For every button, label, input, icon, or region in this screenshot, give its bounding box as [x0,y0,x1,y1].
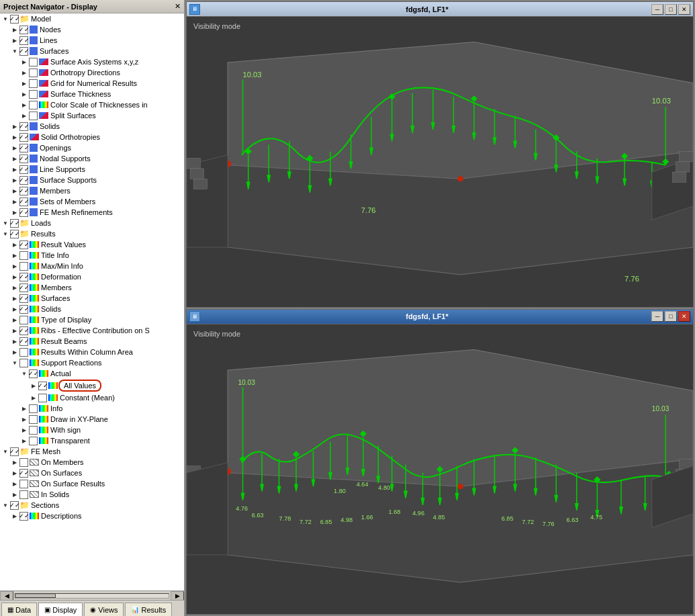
expand-btn-in-solids[interactable]: ▶ [11,490,19,498]
expand-btn-title-info[interactable]: ▶ [11,251,19,259]
checkbox-nodes[interactable]: ✓ [19,26,28,34]
tree-item-on-surfaces[interactable]: ▶✓On Surfaces [0,468,184,478]
tree-item-title-info[interactable]: ▶Title Info [0,250,184,261]
tree-item-surfaces[interactable]: ▼✓Surfaces [0,46,184,56]
expand-btn-fe-mesh-ref[interactable]: ▶ [11,208,19,216]
checkbox-solids[interactable]: ✓ [19,122,28,131]
checkbox-ribs-eff[interactable]: ✓ [19,326,28,335]
tree-item-line-supp[interactable]: ▶✓Line Supports [0,164,184,175]
expand-btn-descriptions[interactable]: ▶ [11,512,19,520]
checkbox-result-vals[interactable]: ✓ [19,240,28,249]
checkbox-grid-num[interactable] [29,79,38,88]
checkbox-solid-orth[interactable]: ✓ [19,133,28,142]
checkbox-on-surfaces[interactable]: ✓ [19,469,28,478]
scroll-right-btn[interactable]: ▶ [171,591,184,601]
checkbox-descriptions[interactable]: ✓ [19,512,28,521]
expand-btn-loads[interactable]: ▼ [1,219,9,227]
expand-btn-color-scale[interactable]: ▶ [20,101,28,109]
tree-item-maxmin-info[interactable]: ▶Max/Min Info [0,261,184,271]
expand-btn-surface-axis[interactable]: ▶ [20,58,28,66]
expand-btn-ribs-eff[interactable]: ▶ [11,326,19,335]
checkbox-surf-supp[interactable]: ✓ [19,176,28,185]
close-btn-1[interactable]: ✕ [678,4,690,15]
expand-btn-deformation[interactable]: ▶ [11,273,19,281]
minimize-btn-2[interactable]: ─ [651,311,663,322]
maximize-btn-2[interactable]: □ [665,311,677,322]
tab-data[interactable]: ▦ Data [1,603,37,616]
checkbox-lines[interactable]: ✓ [19,36,28,45]
expand-btn-members[interactable]: ▶ [11,187,19,195]
tree-item-transparent[interactable]: ▶Transparent [0,435,184,446]
checkbox-color-scale[interactable] [29,101,38,109]
expand-btn-solid-orth[interactable]: ▶ [11,133,19,141]
tree-item-surf-supp[interactable]: ▶✓Surface Supports [0,175,184,185]
checkbox-support-react[interactable] [19,359,28,367]
checkbox-constant-mean[interactable] [38,394,47,402]
expand-btn-transparent[interactable]: ▶ [20,437,28,445]
tree-item-type-display[interactable]: ▶Type of Display [0,314,184,325]
checkbox-orthotropy[interactable] [29,69,38,77]
tree-item-support-react[interactable]: ▼Support Reactions [0,357,184,368]
checkbox-members2[interactable]: ✓ [19,283,28,292]
checkbox-result-beams[interactable]: ✓ [19,337,28,346]
expand-btn-split-surf[interactable]: ▶ [20,112,28,120]
checkbox-transparent[interactable] [29,437,38,445]
tree-item-sets-members[interactable]: ▶✓Sets of Members [0,196,184,207]
checkbox-split-surf[interactable] [29,112,38,120]
expand-btn-line-supp[interactable]: ▶ [11,165,19,173]
checkbox-in-solids[interactable] [19,490,28,499]
expand-btn-solids2[interactable]: ▶ [11,305,19,313]
expand-btn-on-surf-res[interactable]: ▶ [11,480,19,488]
checkbox-maxmin-info[interactable] [19,262,28,271]
expand-btn-sections[interactable]: ▼ [1,501,9,509]
tree-item-orthotropy[interactable]: ▶Orthotropy Directions [0,67,184,78]
checkbox-results-col[interactable] [19,348,28,357]
tree-item-nodes[interactable]: ▶✓Nodes [0,24,184,35]
tree-item-all-values[interactable]: ▶✓All Values [0,379,184,392]
expand-btn-grid-num[interactable]: ▶ [20,79,28,87]
checkbox-actual[interactable]: ✓ [29,369,38,378]
checkbox-surface-axis[interactable] [29,58,38,67]
expand-btn-surfaces[interactable]: ▼ [11,47,19,55]
tree-item-members2[interactable]: ▶✓Members [0,282,184,293]
checkbox-model[interactable]: ✓ [10,15,19,24]
expand-btn-on-members[interactable]: ▶ [11,458,19,466]
checkbox-all-values[interactable]: ✓ [38,382,47,390]
maximize-btn-1[interactable]: □ [665,4,677,15]
expand-btn-surf-supp[interactable]: ▶ [11,176,19,184]
scroll-left-btn[interactable]: ◀ [0,591,13,601]
checkbox-line-supp[interactable]: ✓ [19,165,28,174]
tree-item-color-scale[interactable]: ▶Color Scale of Thicknesses in [0,99,184,110]
expand-btn-result-beams[interactable]: ▶ [11,337,19,345]
checkbox-nodal-supp[interactable]: ✓ [19,155,28,163]
close-btn-2[interactable]: ✕ [678,311,690,322]
expand-btn-with-sign[interactable]: ▶ [20,426,28,434]
expand-btn-actual[interactable]: ▼ [20,369,28,378]
tree-item-split-surf[interactable]: ▶Split Surfaces [0,110,184,121]
panel-close-button[interactable]: ✕ [175,2,181,11]
checkbox-fe-mesh-ref[interactable]: ✓ [19,208,28,217]
checkbox-fe-mesh[interactable]: ✓ [10,447,19,456]
tree-item-surface-axis[interactable]: ▶Surface Axis Systems x,y,z [0,56,184,67]
checkbox-draw-xy[interactable] [29,415,38,424]
tree-item-info[interactable]: ▶Info [0,403,184,414]
expand-btn-results[interactable]: ▼ [1,230,9,238]
tab-results[interactable]: 📊 Results [125,603,172,616]
checkbox-surfaces2[interactable]: ✓ [19,294,28,303]
scroll-thumb-h[interactable] [15,594,56,598]
expand-btn-support-react[interactable]: ▼ [11,359,19,367]
expand-btn-surfaces2[interactable]: ▶ [11,294,19,302]
tree-item-lines[interactable]: ▶✓Lines [0,35,184,46]
expand-btn-orthotropy[interactable]: ▶ [20,69,28,77]
checkbox-solids2[interactable]: ✓ [19,305,28,314]
checkbox-sets-members[interactable]: ✓ [19,197,28,206]
expand-btn-draw-xy[interactable]: ▶ [20,415,28,423]
tree-item-surf-thick[interactable]: ▶Surface Thickness [0,89,184,99]
checkbox-on-members[interactable] [19,458,28,467]
expand-btn-sets-members[interactable]: ▶ [11,197,19,206]
tree-item-constant-mean[interactable]: ▶Constant (Mean) [0,392,184,403]
tree-item-results-col[interactable]: ▶Results Within Column Area [0,347,184,357]
tree-item-deformation[interactable]: ▶✓Deformation [0,271,184,282]
expand-btn-surf-thick[interactable]: ▶ [20,90,28,98]
expand-btn-fe-mesh[interactable]: ▼ [1,447,9,455]
